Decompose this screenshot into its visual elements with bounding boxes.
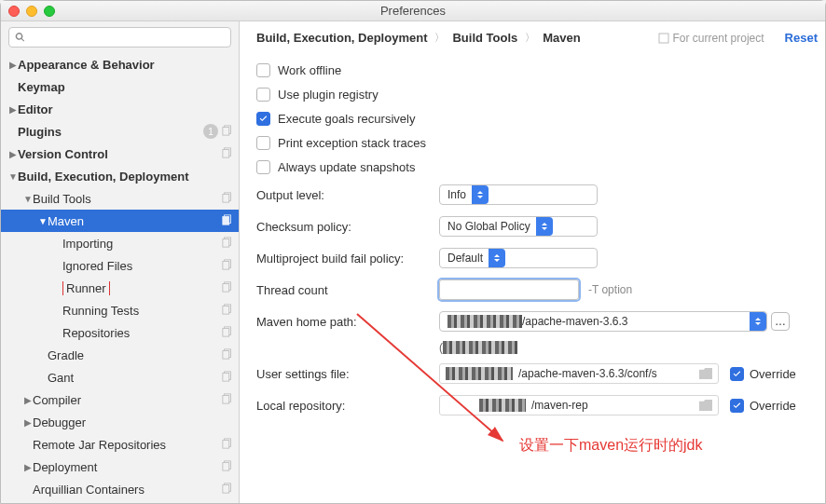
project-icon [658,33,669,44]
sidebar-item-importing[interactable]: Importing [1,232,239,254]
recurse-checkbox[interactable] [256,112,270,126]
redacted-version [443,341,517,354]
disclosure-arrow-icon: ▶ [8,104,18,115]
window-title: Preferences [1,4,825,18]
disclosure-arrow-icon: ▶ [23,395,33,405]
stacktrace-checkbox[interactable] [256,136,270,150]
copy-icon [222,393,233,407]
crumb-0[interactable]: Build, Execution, Deployment [256,31,427,45]
output-level-label: Output level: [256,188,439,202]
sidebar-item-gradle[interactable]: Gradle [1,344,239,366]
preferences-window: Preferences ▶Appearance & BehaviorKeymap… [0,0,826,504]
copy-icon [222,192,233,206]
snapshots-checkbox[interactable] [256,160,270,174]
folder-icon[interactable] [699,368,712,379]
update-badge: 1 [203,124,218,139]
svg-rect-9 [223,238,229,247]
titlebar: Preferences [1,1,825,21]
sidebar-item-repos[interactable]: Repositories [1,321,239,344]
sidebar-item-appearance[interactable]: ▶Appearance & Behavior [1,53,239,75]
search-input[interactable] [8,27,231,48]
failpolicy-select[interactable]: Default [439,248,598,268]
select-stepper-icon [536,217,553,236]
output-level-select[interactable]: Info [439,184,598,205]
disclosure-arrow-icon: ▶ [23,417,33,428]
folder-icon[interactable] [699,400,712,411]
recurse-label: Execute goals recursively [278,112,415,126]
copy-icon [222,237,233,251]
svg-rect-15 [223,306,229,314]
browse-button[interactable]: … [771,312,790,331]
usersettings-override-checkbox[interactable] [730,367,744,381]
tree-label: Gradle [48,348,222,362]
disclosure-arrow-icon: ▶ [8,60,18,70]
homepath-label: Maven home path: [256,315,439,329]
crumb-2[interactable]: Maven [543,31,580,45]
localrepo-override-checkbox[interactable] [730,399,744,413]
checksum-select[interactable]: No Global Policy [439,216,598,237]
svg-rect-11 [223,261,229,269]
sidebar-item-keymap[interactable]: Keymap [1,75,239,98]
svg-rect-3 [223,149,229,157]
stacktrace-label: Print exception stack traces [278,136,426,150]
copy-icon [222,125,233,139]
chevron-right-icon: 〉 [525,31,535,45]
copy-icon [222,483,233,497]
search-container [1,21,239,53]
sidebar-item-ignored[interactable]: Ignored Files [1,254,239,277]
tree-label: Gant [48,371,222,385]
sidebar-item-arquillian[interactable]: Arquillian Containers [1,478,239,500]
reset-link[interactable]: Reset [785,31,818,45]
copy-icon [222,371,233,385]
tree-label: Ignored Files [62,259,222,273]
tree-label: Runner [62,281,222,295]
copy-icon [222,348,233,362]
tree-label: Build, Execution, Deployment [18,170,233,184]
localrepo-input[interactable]: /maven-rep [439,395,719,415]
tree-label: Maven [48,214,222,228]
svg-rect-25 [223,440,229,448]
redacted-path [479,399,526,412]
sidebar-item-editor[interactable]: ▶Editor [1,98,239,120]
svg-rect-5 [223,194,229,202]
failpolicy-label: Multiproject build fail policy: [256,252,439,266]
threadcount-hint: -T option [588,283,632,296]
select-stepper-icon [489,249,505,267]
snapshots-label: Always update snapshots [278,160,415,174]
search-icon [15,32,25,43]
sidebar-item-runtests[interactable]: Running Tests [1,299,239,321]
svg-rect-21 [223,373,229,381]
svg-rect-23 [223,395,229,403]
sidebar-item-debugger[interactable]: ▶Debugger [1,411,239,433]
tree-label: Appearance & Behavior [18,58,233,72]
disclosure-arrow-icon: ▼ [8,171,18,182]
threadcount-input[interactable] [439,279,579,300]
settings-tree[interactable]: ▶Appearance & BehaviorKeymap▶EditorPlugi… [1,53,239,503]
sidebar-item-vcs[interactable]: ▶Version Control [1,143,239,165]
offline-checkbox[interactable] [256,63,270,77]
sidebar-item-deployment[interactable]: ▶Deployment [1,456,239,478]
svg-rect-7 [223,216,229,225]
sidebar-item-remotejar[interactable]: Remote Jar Repositories [1,433,239,456]
offline-label: Work offline [278,63,341,77]
sidebar-item-plugins[interactable]: Plugins1 [1,120,239,143]
override-label: Override [750,399,796,413]
redacted-path [447,315,522,328]
sidebar-item-maven[interactable]: ▼Maven [1,210,239,232]
sidebar-item-gant[interactable]: Gant [1,366,239,388]
homepath-select[interactable]: /apache-maven-3.6.3 [439,311,767,332]
disclosure-arrow-icon: ▶ [8,149,18,159]
copy-icon [222,304,233,318]
tree-label: Debugger [33,415,233,429]
localrepo-label: Local repository: [256,399,439,413]
usersettings-input[interactable]: /apache-maven-3.6.3/conf/s [439,363,719,384]
sidebar: ▶Appearance & BehaviorKeymap▶EditorPlugi… [1,21,240,503]
sidebar-item-compiler[interactable]: ▶Compiler [1,388,239,411]
crumb-1[interactable]: Build Tools [452,31,517,45]
plugreg-checkbox[interactable] [256,88,270,102]
svg-rect-29 [223,484,229,493]
search-field[interactable] [29,31,225,44]
sidebar-item-buildtools[interactable]: ▼Build Tools [1,187,239,210]
sidebar-item-runner[interactable]: Runner [1,277,239,299]
sidebar-item-bed[interactable]: ▼Build, Execution, Deployment [1,165,239,187]
